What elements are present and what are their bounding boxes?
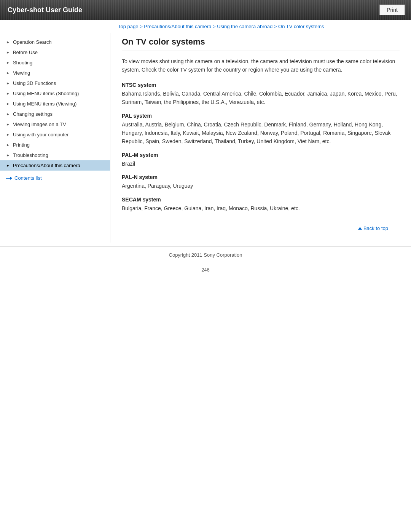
contents-list-label: Contents list	[14, 175, 42, 181]
sidebar-item-changing-settings[interactable]: ► Changing settings	[0, 109, 110, 119]
back-to-top-bar: Back to top	[122, 219, 400, 235]
print-button[interactable]: Print	[379, 5, 405, 15]
arrow-right-icon	[6, 176, 12, 180]
sidebar-item-printing[interactable]: ► Printing	[0, 140, 110, 150]
sidebar-item-precautions[interactable]: ► Precautions/About this camera	[0, 160, 110, 171]
sidebar-item-label: Using with your computer	[13, 132, 69, 137]
sidebar-item-viewing[interactable]: ► Viewing	[0, 68, 110, 78]
sidebar-item-label: Before Use	[13, 50, 38, 55]
header: Cyber-shot User Guide Print	[0, 0, 411, 20]
breadcrumb-top-page[interactable]: Top page	[118, 24, 139, 29]
sidebar-item-label: Viewing images on a TV	[13, 121, 66, 127]
chevron-right-icon: ►	[6, 122, 10, 126]
chevron-right-icon: ►	[6, 112, 10, 116]
secam-title: SECAM system	[122, 197, 400, 203]
sidebar-item-label: Using MENU items (Shooting)	[13, 91, 79, 96]
pal-section: PAL system Australia, Austria, Belgium, …	[122, 113, 400, 146]
sidebar: ► Operation Search ► Before Use ► Shooti…	[0, 33, 110, 243]
page-layout: ► Operation Search ► Before Use ► Shooti…	[0, 33, 411, 243]
ntsc-text: Bahama Islands, Bolivia, Canada, Central…	[122, 89, 400, 107]
footer: Copyright 2011 Sony Corporation	[0, 246, 411, 263]
pal-text: Australia, Austria, Belgium, China, Croa…	[122, 120, 400, 146]
app-title: Cyber-shot User Guide	[0, 0, 90, 20]
sidebar-item-viewing-images-tv[interactable]: ► Viewing images on a TV	[0, 119, 110, 129]
sidebar-item-label: Viewing	[13, 70, 30, 76]
chevron-right-icon: ►	[6, 143, 10, 147]
main-content: On TV color systems To view movies shot …	[110, 33, 411, 243]
chevron-right-icon: ►	[6, 61, 10, 65]
sidebar-item-label: Using MENU items (Viewing)	[13, 101, 76, 107]
sidebar-item-label: Operation Search	[13, 39, 52, 45]
page-title: On TV color systems	[122, 37, 400, 51]
pal-m-text: Brazil	[122, 160, 400, 168]
chevron-right-icon: ►	[6, 153, 10, 157]
sidebar-item-menu-shooting[interactable]: ► Using MENU items (Shooting)	[0, 88, 110, 99]
chevron-right-icon: ►	[6, 81, 10, 85]
chevron-right-icon: ►	[6, 133, 10, 137]
pal-n-title: PAL-N system	[122, 174, 400, 180]
back-to-top-label: Back to top	[363, 225, 388, 231]
secam-text: Bulgaria, France, Greece, Guiana, Iran, …	[122, 204, 400, 212]
sidebar-item-computer[interactable]: ► Using with your computer	[0, 129, 110, 140]
chevron-right-icon: ►	[6, 40, 10, 44]
sidebar-item-3d-functions[interactable]: ► Using 3D Functions	[0, 78, 110, 88]
triangle-up-icon	[358, 227, 362, 230]
breadcrumb: Top page > Precautions/About this camera…	[0, 20, 411, 33]
ntsc-section: NTSC system Bahama Islands, Bolivia, Can…	[122, 82, 400, 107]
sidebar-item-label: Troubleshooting	[13, 152, 48, 158]
pal-m-title: PAL-M system	[122, 152, 400, 158]
contents-list-link[interactable]: Contents list	[0, 172, 110, 184]
sidebar-item-before-use[interactable]: ► Before Use	[0, 47, 110, 58]
sidebar-item-label: Using 3D Functions	[13, 80, 56, 86]
pal-n-section: PAL-N system Argentina, Paraguay, Urugua…	[122, 174, 400, 190]
sidebar-item-operation-search[interactable]: ► Operation Search	[0, 37, 110, 47]
chevron-right-icon: ►	[6, 163, 10, 168]
page-number: 246	[0, 263, 411, 280]
sidebar-item-label: Printing	[13, 142, 30, 148]
copyright-text: Copyright 2011 Sony Corporation	[169, 252, 242, 258]
back-to-top-link[interactable]: Back to top	[358, 225, 388, 231]
chevron-right-icon: ►	[6, 71, 10, 75]
pal-title: PAL system	[122, 113, 400, 119]
breadcrumb-current[interactable]: On TV color systems	[278, 24, 324, 29]
intro-paragraph: To view movies shot using this camera on…	[122, 57, 400, 74]
sidebar-item-shooting[interactable]: ► Shooting	[0, 58, 110, 68]
pal-m-section: PAL-M system Brazil	[122, 152, 400, 168]
chevron-right-icon: ►	[6, 50, 10, 54]
sidebar-item-label: Changing settings	[13, 111, 53, 117]
breadcrumb-using-abroad[interactable]: Using the camera abroad	[217, 24, 272, 29]
sidebar-item-label: Precautions/About this camera	[13, 163, 80, 168]
chevron-right-icon: ►	[6, 102, 10, 106]
sidebar-item-menu-viewing[interactable]: ► Using MENU items (Viewing)	[0, 99, 110, 109]
sidebar-item-troubleshooting[interactable]: ► Troubleshooting	[0, 150, 110, 160]
pal-n-text: Argentina, Paraguay, Uruguay	[122, 182, 400, 190]
ntsc-title: NTSC system	[122, 82, 400, 88]
breadcrumb-precautions[interactable]: Precautions/About this camera	[144, 24, 211, 29]
chevron-right-icon: ►	[6, 91, 10, 96]
secam-section: SECAM system Bulgaria, France, Greece, G…	[122, 197, 400, 212]
sidebar-item-label: Shooting	[13, 60, 32, 66]
